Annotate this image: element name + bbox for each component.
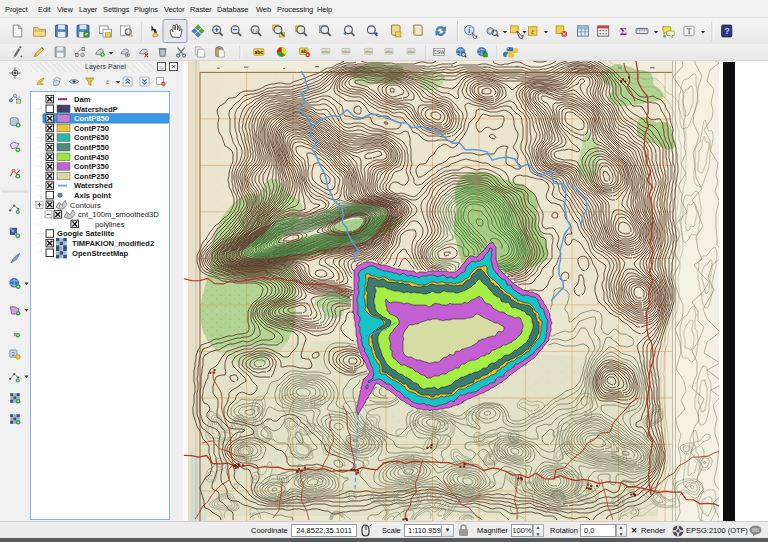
svg-text:ContP550: ContP550 [74, 143, 109, 152]
svg-text:OpenStreetMap: OpenStreetMap [72, 249, 128, 258]
svg-text:cnt_100m_smoothed3D: cnt_100m_smoothed3D [78, 210, 159, 219]
svg-text:WatershedP: WatershedP [74, 105, 118, 114]
svg-text:ContP750: ContP750 [74, 124, 109, 133]
svg-text:ContP450: ContP450 [74, 153, 109, 162]
svg-text:ContP850: ContP850 [74, 114, 109, 123]
svg-text:abc: abc [322, 49, 330, 54]
svg-text:ε: ε [531, 27, 534, 36]
svg-text:polylines: polylines [95, 220, 125, 229]
svg-text:ε: ε [106, 77, 110, 86]
svg-text:CSW: CSW [433, 50, 444, 55]
svg-text:ContP350: ContP350 [74, 162, 109, 171]
svg-text:abc: abc [407, 49, 415, 54]
svg-text:abc: abc [385, 49, 393, 54]
svg-text:1:1: 1:1 [252, 29, 257, 33]
svg-text:Contours: Contours [70, 201, 101, 210]
svg-text:?: ? [725, 26, 730, 36]
svg-text:Dam: Dam [74, 95, 91, 104]
svg-text:i: i [468, 27, 470, 35]
svg-text:abc: abc [365, 49, 373, 54]
svg-text:abc: abc [254, 49, 263, 55]
svg-text:ab: ab [301, 49, 307, 54]
svg-text:ContP250: ContP250 [74, 172, 109, 181]
svg-text:Google Satellite: Google Satellite [57, 229, 114, 238]
svg-text:Axis point: Axis point [74, 191, 111, 200]
svg-text:2: 2 [12, 352, 15, 357]
svg-text:ContP650: ContP650 [74, 133, 109, 142]
svg-text:TIMPAKION_modified2: TIMPAKION_modified2 [72, 239, 154, 248]
svg-text:Watershed: Watershed [74, 181, 113, 190]
svg-text:abc: abc [342, 49, 350, 54]
svg-text:T: T [687, 27, 692, 36]
svg-text:Σ: Σ [620, 25, 627, 37]
